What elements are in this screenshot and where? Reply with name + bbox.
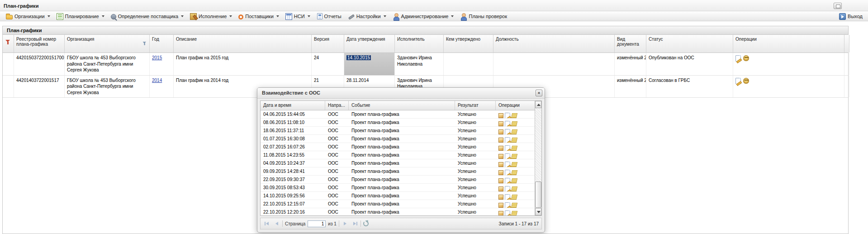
document-icon[interactable] xyxy=(505,210,510,216)
row-selector-cell[interactable] xyxy=(3,53,14,75)
exit-button[interactable]: Выход xyxy=(836,12,865,21)
year-link[interactable]: 2015 xyxy=(152,55,162,60)
document-icon[interactable] xyxy=(505,153,510,159)
document-icon[interactable] xyxy=(505,170,510,175)
clear-filter-header-cell[interactable] xyxy=(3,35,14,53)
package-icon[interactable] xyxy=(498,195,503,200)
package-icon[interactable] xyxy=(498,154,503,159)
menu-supplier-determination[interactable]: Определение поставщика xyxy=(108,13,187,20)
interaction-row[interactable]: 02.07.2015 16:07:26 ООС Проект плана-гра… xyxy=(261,143,541,151)
column-header-version[interactable]: Версия xyxy=(312,35,344,53)
interaction-row[interactable]: 22.10.2015 12:15:07 ООС Проект плана-гра… xyxy=(261,200,541,208)
stack-icon[interactable] xyxy=(511,203,517,208)
column-header-position[interactable]: Должность xyxy=(493,35,615,53)
stack-icon[interactable] xyxy=(511,195,517,200)
emblem-icon[interactable] xyxy=(743,78,749,84)
edit-document-icon[interactable] xyxy=(735,55,741,62)
menu-settings[interactable]: Настройки xyxy=(345,12,389,21)
close-icon[interactable]: × xyxy=(536,90,542,96)
menu-reports[interactable]: Отчеты xyxy=(313,12,345,20)
column-header-doc-kind[interactable]: Вид документа xyxy=(615,35,646,53)
package-icon[interactable] xyxy=(498,121,503,126)
scrollbar-thumb[interactable] xyxy=(535,181,541,208)
document-icon[interactable] xyxy=(505,145,510,151)
stack-icon[interactable] xyxy=(511,138,517,143)
refresh-icon[interactable] xyxy=(363,221,369,226)
interaction-row[interactable]: 08.06.2015 11:08:10 ООС Проект плана-гра… xyxy=(261,119,541,127)
package-icon[interactable] xyxy=(498,178,503,183)
restore-window-button[interactable] xyxy=(834,3,842,9)
prev-page-button[interactable] xyxy=(273,220,280,227)
column-header-regnum[interactable]: Реестровый номер плана-графика xyxy=(14,35,65,53)
scrollbar[interactable] xyxy=(535,101,541,215)
document-icon[interactable] xyxy=(505,186,510,191)
menu-planning[interactable]: Планирование xyxy=(53,12,108,21)
column-header-description[interactable]: Описание xyxy=(174,35,312,53)
column-filter-icon[interactable] xyxy=(143,42,147,46)
scroll-up-icon[interactable] xyxy=(535,101,541,108)
document-icon[interactable] xyxy=(505,137,510,143)
document-icon[interactable] xyxy=(505,202,510,208)
interaction-row[interactable]: 09.09.2015 14:28:41 ООС Проект плана-гра… xyxy=(261,167,541,176)
column-header-org[interactable]: Организация xyxy=(65,35,150,53)
menu-execution[interactable]: Исполнение xyxy=(187,12,235,21)
interaction-row[interactable]: 01.07.2015 16:30:08 ООС Проект плана-гра… xyxy=(261,135,541,143)
document-icon[interactable] xyxy=(505,162,510,167)
document-icon[interactable] xyxy=(505,121,510,126)
column-header-event[interactable]: Событие xyxy=(349,101,455,110)
interaction-row[interactable]: 22.09.2015 09:30:37 ООС Проект плана-гра… xyxy=(261,176,541,184)
column-header-status[interactable]: Статус xyxy=(646,35,733,53)
package-icon[interactable] xyxy=(498,170,503,175)
menu-administration[interactable]: Администрирование xyxy=(389,12,457,21)
menu-organizations[interactable]: Организации xyxy=(3,12,53,20)
page-number-input[interactable] xyxy=(308,220,326,227)
next-page-button[interactable] xyxy=(342,220,349,227)
package-icon[interactable] xyxy=(498,186,503,191)
scroll-down-icon[interactable] xyxy=(535,208,541,215)
interaction-row[interactable]: 14.10.2015 09:25:56 ООС Проект плана-гра… xyxy=(261,192,541,200)
column-header-approval-date[interactable]: Дата утверждения xyxy=(344,35,395,53)
menu-nsi[interactable]: НСИ xyxy=(282,12,313,21)
package-icon[interactable] xyxy=(498,146,503,151)
stack-icon[interactable] xyxy=(511,154,517,159)
filter-funnel-icon[interactable] xyxy=(5,39,11,45)
cell-approval-date-selected[interactable]: 14.10.2015 xyxy=(344,53,395,75)
column-header-direction[interactable]: Напра... xyxy=(325,101,349,110)
column-header-operations[interactable]: Операции xyxy=(733,35,844,53)
package-icon[interactable] xyxy=(498,129,503,134)
stack-icon[interactable] xyxy=(511,211,517,216)
document-icon[interactable] xyxy=(505,194,510,200)
package-icon[interactable] xyxy=(498,162,503,167)
column-header-result[interactable]: Результат xyxy=(455,101,496,110)
column-header-year[interactable]: Год xyxy=(150,35,174,53)
column-header-datetime[interactable]: Дата и время xyxy=(261,101,325,110)
column-header-approved-by[interactable]: Кем утверждено xyxy=(444,35,493,53)
interaction-row[interactable]: 22.10.2015 12:20:16 ООС Проект плана-гра… xyxy=(261,208,541,216)
stack-icon[interactable] xyxy=(511,178,517,183)
interaction-row[interactable]: 11.08.2015 14:23:55 ООС Проект плана-гра… xyxy=(261,151,541,159)
stack-icon[interactable] xyxy=(511,170,517,175)
stack-icon[interactable] xyxy=(511,186,517,191)
document-icon[interactable] xyxy=(505,113,510,118)
stack-icon[interactable] xyxy=(511,146,517,151)
document-icon[interactable] xyxy=(505,178,510,183)
year-link[interactable]: 2014 xyxy=(152,78,162,83)
column-header-operations[interactable]: Операции xyxy=(496,101,535,110)
stack-icon[interactable] xyxy=(511,113,517,118)
row-selector-cell[interactable] xyxy=(3,76,14,98)
menu-suppliers[interactable]: Поставщики xyxy=(235,13,282,20)
dialog-titlebar[interactable]: Взаимодействие с ООС × xyxy=(257,88,545,99)
first-page-button[interactable] xyxy=(263,220,270,227)
edit-document-icon[interactable] xyxy=(735,78,741,84)
table-row[interactable]: 44201503722001517001 ГБОУ школа № 453 Вы… xyxy=(3,53,848,76)
package-icon[interactable] xyxy=(498,211,503,216)
package-icon[interactable] xyxy=(498,113,503,118)
interaction-row[interactable]: 04.06.2015 15:44:05 ООС Проект плана-гра… xyxy=(261,110,541,119)
interaction-row[interactable]: 04.09.2015 10:24:37 ООС Проект плана-гра… xyxy=(261,159,541,167)
stack-icon[interactable] xyxy=(511,129,517,134)
stack-icon[interactable] xyxy=(511,162,517,167)
emblem-icon[interactable] xyxy=(743,55,749,61)
column-header-executor[interactable]: Исполнитель xyxy=(395,35,444,53)
stack-icon[interactable] xyxy=(511,121,517,126)
package-icon[interactable] xyxy=(498,203,503,208)
